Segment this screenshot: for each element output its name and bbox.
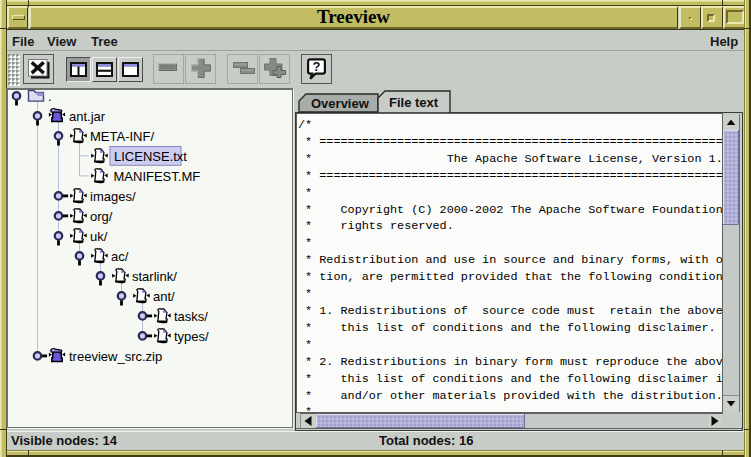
svg-text:ant/: ant/ bbox=[153, 289, 175, 304]
svg-text:uk/: uk/ bbox=[90, 229, 108, 244]
svg-text:MANIFEST.MF: MANIFEST.MF bbox=[114, 169, 201, 184]
svg-text:org/: org/ bbox=[90, 209, 113, 224]
svg-text:LICENSE.txt: LICENSE.txt bbox=[114, 149, 187, 164]
svg-text:images/: images/ bbox=[90, 189, 136, 204]
svg-text:META-INF/: META-INF/ bbox=[90, 129, 154, 144]
svg-text:tasks/: tasks/ bbox=[174, 309, 208, 324]
svg-text:?: ? bbox=[313, 59, 321, 74]
svg-text:Overview: Overview bbox=[311, 96, 370, 111]
svg-text:types/: types/ bbox=[174, 329, 209, 344]
svg-text:File text: File text bbox=[389, 95, 439, 110]
svg-text:ant.jar: ant.jar bbox=[69, 109, 106, 124]
svg-text:treeview_src.zip: treeview_src.zip bbox=[69, 349, 162, 364]
svg-text:ac/: ac/ bbox=[111, 249, 129, 264]
svg-text:.: . bbox=[48, 89, 52, 104]
svg-text:starlink/: starlink/ bbox=[132, 269, 177, 284]
